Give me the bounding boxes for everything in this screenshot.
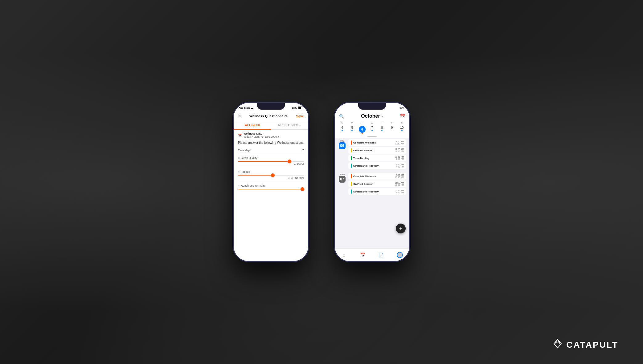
date-9[interactable]: 9 bbox=[387, 126, 397, 134]
divider bbox=[238, 181, 304, 181]
question-row: ≡ Sleep Quality bbox=[238, 156, 304, 160]
event-time-end: 10:10 AM bbox=[395, 176, 404, 178]
nav-documents[interactable]: 📄 bbox=[378, 252, 384, 258]
event-complete-wellness-wed[interactable]: Complete Wellness 9:50 AM 10:10 AM bbox=[348, 173, 406, 180]
dow-t1: T bbox=[357, 121, 367, 125]
logo-group: CATAPULT bbox=[552, 338, 618, 352]
expand-handle bbox=[367, 136, 377, 137]
search-icon[interactable]: 🔍 bbox=[339, 114, 344, 119]
question-label: ≡ Readiness To Train bbox=[238, 184, 264, 187]
question-readiness: ≡ Readiness To Train bbox=[238, 184, 304, 190]
slider-value-label: 4: Good bbox=[238, 163, 304, 166]
event-on-filed-session-tue[interactable]: On Filed Session 11:00 AM 12:00 PM bbox=[348, 147, 406, 154]
battery-icon bbox=[298, 107, 303, 109]
wed-events-col: Complete Wellness 9:50 AM 10:10 AM bbox=[348, 173, 406, 195]
event-title: Complete Wellness bbox=[353, 141, 376, 144]
event-time-start: 9:50 AM bbox=[395, 174, 404, 176]
fab-add-button[interactable]: + bbox=[396, 224, 406, 233]
event-stretch-recovery-wed[interactable]: Stretch and Recovery 6:00 PM 7:00 PM bbox=[348, 188, 406, 195]
date-8[interactable]: 8 bbox=[377, 126, 387, 134]
calendar-picker-icon[interactable]: 📅 bbox=[400, 114, 405, 119]
event-time-start: 6:00 PM bbox=[396, 164, 404, 166]
question-label: ≡ Sleep Quality bbox=[238, 156, 257, 160]
question-fatigue: ≡ Fatigue 3: 3 - Normal bbox=[238, 170, 304, 181]
month-dropdown-icon[interactable]: ▾ bbox=[381, 115, 383, 118]
tue-events-row: TUE 06 Complete Wellness 9:50 AM bbox=[338, 139, 406, 169]
nav-calendar[interactable]: 📅 bbox=[360, 252, 365, 258]
date-num: 7 bbox=[371, 126, 373, 129]
screen-wellness: ✕ Wellness Questionnaire Save WELLNESS M… bbox=[234, 111, 308, 261]
date-7[interactable]: 7 bbox=[367, 126, 377, 134]
avatar-icon bbox=[397, 252, 403, 258]
wed-group: WED 07 Complete Wellness 9:50 AM bbox=[335, 172, 409, 196]
catapult-icon bbox=[552, 338, 563, 352]
drag-icon: ≡ bbox=[238, 170, 240, 173]
dow-t2: T bbox=[377, 121, 387, 125]
drag-icon: ≡ bbox=[238, 156, 240, 160]
question-row: ≡ Fatigue bbox=[238, 170, 304, 173]
date-num: 10 bbox=[400, 126, 403, 129]
date-section: Wellness Date Today • Mon, 7th Dec 2020 … bbox=[244, 132, 279, 138]
save-button[interactable]: Save bbox=[296, 114, 304, 118]
nav-profile[interactable] bbox=[397, 252, 403, 258]
label-text: Sleep Quality bbox=[241, 156, 257, 160]
event-on-filed-session-wed[interactable]: On Filed Session 11:00 AM 12:00 PM bbox=[348, 180, 406, 187]
date-dot bbox=[381, 130, 383, 131]
date-value: Today • Mon, 7th Dec 2020 bbox=[244, 135, 277, 138]
date-dropdown-arrow[interactable]: ▾ bbox=[278, 135, 279, 138]
label-text: Readiness To Train bbox=[241, 184, 264, 187]
close-button[interactable]: ✕ bbox=[238, 114, 241, 118]
wed-num: 07 bbox=[339, 176, 346, 183]
cal-header: 🔍 October ▾ 📅 bbox=[335, 111, 409, 121]
expand-handle-bar[interactable] bbox=[335, 135, 409, 137]
event-bar bbox=[351, 140, 352, 145]
slider-thumb[interactable] bbox=[301, 187, 304, 191]
event-bar bbox=[351, 164, 352, 168]
date-6-today[interactable]: 6 bbox=[357, 126, 367, 134]
event-time-start: 6:00 PM bbox=[396, 189, 404, 192]
tab-muscle-soreness[interactable]: MUSCLE SORE... bbox=[271, 121, 308, 129]
dow-s2: S bbox=[397, 121, 407, 125]
nav-home[interactable]: ⌂ bbox=[341, 252, 347, 258]
question-label: ≡ Fatigue bbox=[238, 170, 250, 173]
date-dot bbox=[342, 130, 343, 131]
sleep-quality-slider[interactable] bbox=[238, 161, 304, 162]
slider-fill bbox=[238, 161, 288, 162]
readiness-slider[interactable] bbox=[238, 188, 304, 190]
event-complete-wellness-tue[interactable]: Complete Wellness 9:50 AM 10:10 AM bbox=[348, 139, 406, 146]
tue-num: 06 bbox=[339, 142, 346, 149]
wellness-intro-text: Please answer the following Wellness que… bbox=[238, 141, 304, 145]
event-title: Complete Wellness bbox=[353, 175, 376, 178]
event-time-end: 7:00 PM bbox=[396, 166, 404, 168]
catapult-logo: CATAPULT bbox=[552, 338, 618, 352]
date-4[interactable]: 4 bbox=[337, 126, 347, 134]
slider-thumb[interactable] bbox=[271, 173, 275, 177]
wellness-header: ✕ Wellness Questionnaire Save bbox=[234, 111, 308, 121]
date-5[interactable]: 5 bbox=[347, 126, 357, 134]
dow-m: M bbox=[347, 121, 357, 125]
month-title: October bbox=[361, 113, 380, 119]
slider-thumb[interactable] bbox=[288, 160, 291, 163]
event-time-end: 1:30 PM bbox=[395, 158, 404, 160]
tab-bar: WELLNESS MUSCLE SORE... bbox=[234, 121, 308, 130]
date-10[interactable]: 10 bbox=[397, 126, 407, 134]
slider-track bbox=[238, 161, 304, 162]
event-content: On Filed Session 11:00 AM 12:00 PM bbox=[353, 148, 404, 152]
drag-icon: ≡ bbox=[238, 184, 240, 187]
tab-wellness[interactable]: WELLNESS bbox=[234, 121, 271, 130]
event-time-end: 12:00 PM bbox=[395, 150, 404, 152]
svg-point-0 bbox=[557, 339, 558, 340]
date-dot bbox=[401, 130, 403, 131]
wellness-title: Wellness Questionnaire bbox=[249, 114, 288, 118]
event-team-meeting[interactable]: Team Meeting 12:30 PM 1:30 PM bbox=[348, 155, 406, 161]
event-times: 6:00 PM 7:00 PM bbox=[396, 189, 404, 194]
bottom-nav: ⌂ 📅 📄 bbox=[335, 248, 409, 261]
event-title: Stretch and Recovery bbox=[353, 190, 379, 193]
event-stretch-recovery-tue[interactable]: Stretch and Recovery 6:00 PM 7:00 PM bbox=[348, 162, 406, 169]
date-num: 5 bbox=[351, 126, 353, 129]
calendar-icon: 📅 bbox=[238, 134, 242, 137]
calendar-nav-icon: 📅 bbox=[360, 252, 365, 258]
wed-events-row: WED 07 Complete Wellness 9:50 AM bbox=[338, 173, 406, 195]
fatigue-slider[interactable] bbox=[238, 175, 304, 176]
status-left: App Store ☁ bbox=[239, 107, 253, 109]
